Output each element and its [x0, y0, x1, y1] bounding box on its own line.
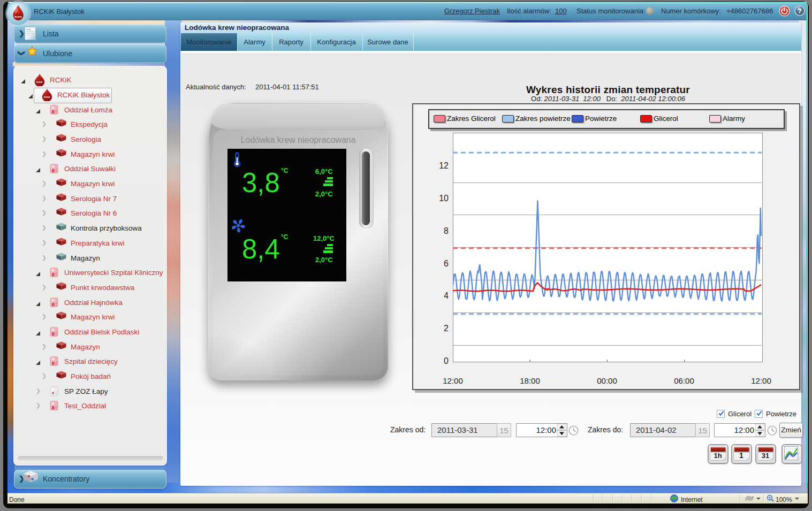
svg-text:RCKiK: RCKiK [14, 16, 22, 18]
svg-text:RCKiK: RCKiK [44, 96, 50, 98]
svg-text:?: ? [798, 7, 802, 15]
svg-text:1h: 1h [714, 452, 722, 460]
svg-text:RCKiK: RCKiK [36, 81, 43, 83]
svg-text:31: 31 [762, 452, 769, 460]
svg-text:1: 1 [739, 451, 743, 460]
